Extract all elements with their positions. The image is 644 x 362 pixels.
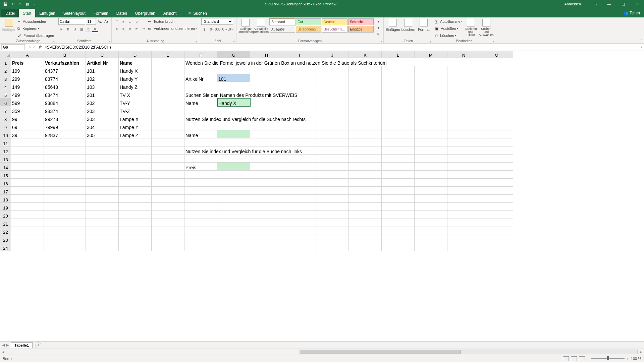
cell-H20[interactable] [250, 211, 283, 219]
cell-L12[interactable] [382, 146, 415, 155]
cell-N21[interactable] [447, 219, 480, 227]
cell-A8[interactable]: 99 [11, 114, 44, 122]
cell-M10[interactable] [415, 130, 447, 138]
italic-button[interactable]: K [65, 26, 71, 32]
cell-I19[interactable] [283, 203, 316, 211]
styles-more[interactable]: ⎘ [375, 31, 381, 37]
cell-E9[interactable] [152, 122, 184, 130]
cell-O14[interactable] [480, 163, 513, 171]
row-header-12[interactable]: 12 [0, 146, 11, 155]
cell-O21[interactable] [480, 219, 513, 227]
cell-I2[interactable] [283, 66, 316, 74]
cell-J17[interactable] [316, 187, 349, 195]
cell-E20[interactable] [152, 211, 184, 219]
styles-scroll-down[interactable]: ▾ [375, 24, 381, 31]
cell-O19[interactable] [480, 203, 513, 211]
cell-O16[interactable] [480, 179, 513, 187]
format-as-table-button[interactable]: Als Tabelle formatieren [254, 18, 268, 34]
collapse-ribbon-button[interactable]: ˄ [641, 39, 643, 43]
cell-F1[interactable]: Wenden Sie die Formel jeweils in der Grü… [184, 58, 480, 66]
delete-cells-button[interactable]: Löschen [401, 18, 415, 32]
cell-D3[interactable]: Handy Y [119, 74, 152, 82]
cell-A22[interactable] [11, 227, 44, 235]
autosum-button[interactable]: ∑ AutoSumme▾ [435, 18, 462, 25]
increase-indent-button[interactable]: ⇥ [141, 25, 147, 32]
qat-more-icon[interactable]: ▾ [32, 1, 38, 7]
cell-B2[interactable]: 84377 [44, 66, 86, 74]
cell-E23[interactable] [152, 235, 184, 243]
cell-G23[interactable] [217, 235, 250, 243]
cell-J24[interactable] [316, 243, 349, 251]
expand-formula-bar[interactable]: ▾ [639, 46, 644, 49]
col-header-E[interactable]: E [152, 51, 184, 58]
view-normal-button[interactable] [563, 356, 569, 361]
cell-C6[interactable]: 202 [86, 98, 119, 106]
cell-D18[interactable] [119, 195, 152, 203]
cell-J10[interactable] [316, 130, 349, 138]
row-header-22[interactable]: 22 [0, 227, 11, 235]
cell-E2[interactable] [152, 66, 184, 74]
cell-D13[interactable] [119, 155, 152, 163]
cell-M20[interactable] [415, 211, 447, 219]
cell-L6[interactable] [382, 98, 415, 106]
cell-N3[interactable] [447, 74, 480, 82]
style-schlecht[interactable]: Schlecht [348, 18, 374, 25]
cell-K7[interactable] [349, 106, 382, 114]
horizontal-scrollbar[interactable]: ◀ ▶ [0, 349, 644, 355]
col-header-J[interactable]: J [316, 51, 349, 58]
wrap-text-button[interactable]: ↩ Textumbruch [148, 18, 197, 25]
row-header-7[interactable]: 7 [0, 106, 11, 114]
cell-L17[interactable] [382, 187, 415, 195]
cell-N9[interactable] [447, 122, 480, 130]
cell-D1[interactable]: Name [119, 58, 152, 66]
cell-G17[interactable] [217, 187, 250, 195]
cell-F7[interactable] [184, 106, 217, 114]
cell-O11[interactable] [480, 138, 513, 146]
maximize-button[interactable]: ▢ [616, 0, 630, 8]
cell-E22[interactable] [152, 227, 184, 235]
cell-O20[interactable] [480, 211, 513, 219]
cell-E1[interactable] [152, 58, 184, 66]
cell-E16[interactable] [152, 179, 184, 187]
cell-L2[interactable] [382, 66, 415, 74]
cell-D23[interactable] [119, 235, 152, 243]
cell-A19[interactable] [11, 203, 44, 211]
add-sheet-button[interactable]: ＋ [35, 342, 41, 348]
sort-filter-button[interactable]: Sortieren und Filtern [464, 18, 478, 37]
cell-H13[interactable] [250, 155, 283, 163]
fill-button[interactable]: ▣ Ausfüllen▾ [435, 25, 462, 32]
cell-H7[interactable] [250, 106, 283, 114]
col-header-H[interactable]: H [250, 51, 283, 58]
cell-H2[interactable] [250, 66, 283, 74]
cell-C21[interactable] [86, 219, 119, 227]
cell-G14[interactable] [217, 163, 250, 171]
cell-B10[interactable]: 92837 [44, 130, 86, 138]
sheet-tab-tabelle1[interactable]: Tabelle1 [11, 342, 33, 348]
cell-K22[interactable] [349, 227, 382, 235]
cell-D2[interactable]: Handy X [119, 66, 152, 74]
cell-J18[interactable] [316, 195, 349, 203]
cell-M18[interactable] [415, 195, 447, 203]
cell-G4[interactable] [217, 82, 250, 90]
style-gut[interactable]: Gut [296, 18, 321, 25]
cell-N16[interactable] [447, 179, 480, 187]
cell-C4[interactable]: 103 [86, 82, 119, 90]
formula-input[interactable]: =SVERWEIS(G3;C2:D10;2;FALSCH) [43, 45, 639, 50]
cell-D24[interactable] [119, 243, 152, 251]
cell-C15[interactable] [86, 171, 119, 179]
cell-N8[interactable] [447, 114, 480, 122]
col-header-D[interactable]: D [119, 51, 152, 58]
cell-M6[interactable] [415, 98, 447, 106]
cell-N18[interactable] [447, 195, 480, 203]
cell-G6[interactable]: Handy X [217, 98, 250, 106]
col-header-G[interactable]: G [217, 51, 250, 58]
row-header-21[interactable]: 21 [0, 219, 11, 227]
style-berechnung[interactable]: Berechnung [296, 26, 321, 33]
cell-F13[interactable] [184, 155, 217, 163]
tab-einfuegen[interactable]: Einfügen [35, 9, 59, 17]
cell-B9[interactable]: 79999 [44, 122, 86, 130]
cell-K16[interactable] [349, 179, 382, 187]
cell-K19[interactable] [349, 203, 382, 211]
cell-H21[interactable] [250, 219, 283, 227]
cell-I15[interactable] [283, 171, 316, 179]
